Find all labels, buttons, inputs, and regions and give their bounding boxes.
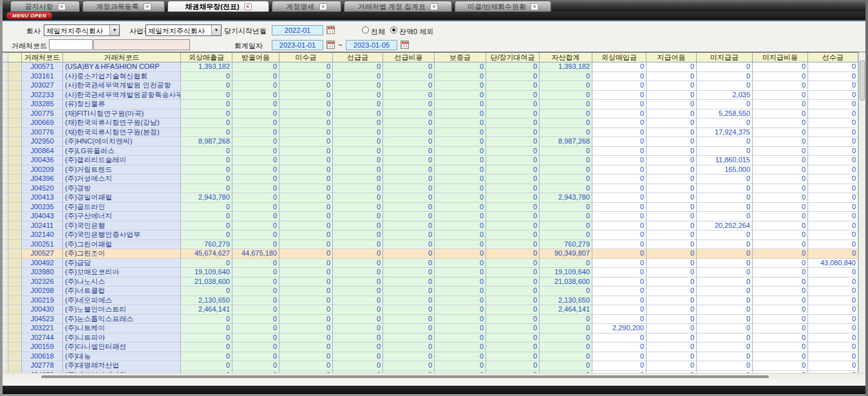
table-row[interactable]: J00527(주)그린조이45,674,62744,675,1800000090…: [3, 249, 858, 259]
num-cell: 0: [333, 203, 383, 212]
table-row[interactable]: J00776(재)한국의류시험연구원(본점)000000000017,924,3…: [3, 128, 858, 138]
table-row[interactable]: J00209(주)거림트렌드0000000000165,00000: [3, 165, 858, 175]
gutter-cell: [3, 165, 8, 175]
table-row[interactable]: J03285(유)창신물류0000000000000: [3, 100, 858, 109]
table-row[interactable]: J00219(주)네오피에스2,130,6500000002,130,65000…: [3, 296, 858, 306]
table-row[interactable]: J00669(재)한국의류시험연구원(강남)0000000000000: [3, 118, 858, 128]
table-row[interactable]: J00413(주)경일어패럴2,943,7800000002,943,78000…: [3, 193, 858, 203]
chevron-down-icon[interactable]: ▼: [211, 25, 221, 35]
name-cell: (주)논스톱익스프레스: [63, 315, 181, 325]
radio-exclude-zero[interactable]: [390, 26, 397, 33]
num-cell: 0: [753, 156, 808, 165]
num-cell: 0: [435, 203, 486, 212]
table-row[interactable]: J02326(주)나노시스21,038,60000000021,038,6000…: [3, 278, 858, 287]
tab-2[interactable]: 계정과목등록✕: [82, 1, 165, 12]
num-cell: 0: [592, 118, 646, 128]
close-icon[interactable]: ✕: [244, 3, 252, 10]
num-cell: 0: [383, 174, 435, 184]
site-select[interactable]: 제일저지주식회사 ▼: [146, 24, 222, 36]
num-cell: 0: [232, 165, 279, 175]
close-icon[interactable]: ✕: [144, 3, 151, 10]
chevron-down-icon[interactable]: ▼: [109, 25, 119, 35]
gutter-cell: [3, 72, 8, 82]
vendor-code-input[interactable]: [49, 39, 93, 50]
company-select[interactable]: 제일저지주식회사 ▼: [44, 24, 120, 36]
num-cell: 0: [540, 100, 592, 109]
table-row[interactable]: J02411(주)국민은행000000000020,252,26400: [3, 222, 858, 231]
table-row[interactable]: J00618(주)대농0000000000000: [3, 352, 858, 362]
table-row[interactable]: J04043(주)구산에너지0000000000000: [3, 212, 858, 222]
table-row[interactable]: J00864(주)LG유플러스0000000000000: [3, 147, 858, 156]
gutter-cell: [3, 137, 8, 147]
num-cell: 0: [333, 305, 383, 315]
table-row[interactable]: J03980(주)꼬매요코리아19,109,64000000019,109,64…: [3, 268, 858, 278]
num-cell: 0: [697, 352, 753, 362]
close-icon[interactable]: ✕: [531, 3, 538, 10]
num-cell: 0: [540, 222, 592, 231]
menu-open-button[interactable]: MENU OPEN: [6, 12, 52, 19]
num-cell: 0: [181, 109, 232, 119]
table-row[interactable]: J03161(사)중소기업기술혁신협회0000000000000: [3, 72, 858, 82]
calendar-icon[interactable]: [401, 41, 409, 49]
table-row[interactable]: J02140(주)국민은행인증사업부0000000000000: [3, 231, 858, 240]
calendar-icon[interactable]: [326, 41, 335, 49]
num-cell: 0: [486, 184, 540, 194]
close-icon[interactable]: ✕: [319, 3, 327, 10]
vendor-name-input[interactable]: [93, 39, 190, 50]
num-cell: 0: [753, 268, 808, 278]
gutter-cell: [3, 240, 8, 250]
num-cell: 0: [435, 343, 486, 352]
vertical-scrollbar[interactable]: [858, 52, 865, 373]
table-row[interactable]: J04523(주)논스톱익스프레스0000000000000: [3, 315, 858, 325]
app-window: 공지사항✕계정과목등록✕채권채무장(전표)✕계정명세✕거래처별 계정 집계표✕미…: [0, 0, 868, 396]
close-icon[interactable]: ✕: [58, 3, 66, 10]
table-row[interactable]: J02744(주)니트피아0000000000000: [3, 334, 858, 343]
num-cell: 0: [383, 156, 435, 165]
table-row[interactable]: J03027(사)한국관세무역개발원 인천공항0000000000000: [3, 81, 858, 91]
code-cell: J00775: [22, 109, 63, 119]
tab-1[interactable]: 공지사항✕: [10, 1, 80, 12]
table-row[interactable]: J00436(주)갤러리드슬레이000000000011,860,01500: [3, 156, 858, 165]
table-row[interactable]: J00235(주)골드라인0000000000000: [3, 203, 858, 212]
gutter-cell: [3, 174, 8, 184]
table-row[interactable]: J02778(주)대명레저산업0000000000000: [3, 361, 858, 371]
name-cell: (주)국민은행: [63, 222, 181, 231]
horizontal-scrollbar-thumb[interactable]: [41, 375, 769, 378]
table-row[interactable]: J00298(주)너트클럽0000000000000: [3, 287, 858, 296]
num-cell: 0: [486, 203, 540, 212]
column-header: 미지급비용: [753, 53, 808, 62]
table-row[interactable]: J00251(주)그린어패럴760,279000000760,27900000: [3, 240, 858, 250]
table-row[interactable]: J03221(주)니트케이000000002,290,2000000: [3, 324, 858, 334]
tab-3[interactable]: 채권채무장(전표)✕: [167, 1, 269, 12]
table-row[interactable]: J00775(재)FITI시험연구원(마곡)00000000005,258,55…: [3, 109, 858, 119]
num-cell: 0: [232, 72, 279, 82]
table-row[interactable]: J02950(주)HNC(에이치앤씨)8,987,2680000008,987,…: [3, 137, 858, 147]
radio-all[interactable]: [362, 26, 369, 33]
table-row[interactable]: J00159(주)다니엘인터패션0000000000000: [3, 343, 858, 352]
close-icon[interactable]: ✕: [430, 3, 438, 10]
table-row[interactable]: J04520(주)경방0000000000000: [3, 184, 858, 194]
num-cell: 0: [333, 193, 383, 203]
calendar-icon[interactable]: [326, 26, 335, 34]
date-to-field[interactable]: 2023-01-05: [346, 40, 397, 50]
table-row[interactable]: J04396(주)거성에스지0000000000000: [3, 174, 858, 184]
table-row[interactable]: J00571(USA)BY＆HFASHION CORP1,393,1820000…: [3, 62, 858, 72]
table-row[interactable]: J00492(주)금담00000000000043,080,840: [3, 259, 858, 269]
period-field[interactable]: 2022-01: [272, 25, 323, 35]
horizontal-scrollbar[interactable]: [3, 373, 865, 379]
num-cell: 0: [592, 174, 646, 184]
num-cell: 2,035: [697, 91, 753, 100]
num-cell: 0: [753, 222, 808, 231]
num-cell: 0: [697, 212, 753, 222]
table-row[interactable]: J02233(사)한국관세무역개발원공항특송사무소00000000002,035…: [3, 91, 858, 100]
table-row[interactable]: J00430(주)노블인더스트리2,464,1410000002,464,141…: [3, 305, 858, 315]
tab-5[interactable]: 거래처별 계정 집계표✕: [344, 1, 452, 12]
date-from-field[interactable]: 2023-01-01: [272, 40, 323, 50]
num-cell: 0: [697, 193, 753, 203]
num-cell: 0: [279, 109, 333, 119]
tab-4[interactable]: 계정명세✕: [272, 1, 341, 12]
num-cell: 0: [646, 128, 697, 138]
vertical-scrollbar-thumb[interactable]: [860, 61, 865, 100]
num-cell: 0: [181, 212, 232, 222]
tab-6[interactable]: 미결/반제회수현황✕: [455, 1, 551, 12]
